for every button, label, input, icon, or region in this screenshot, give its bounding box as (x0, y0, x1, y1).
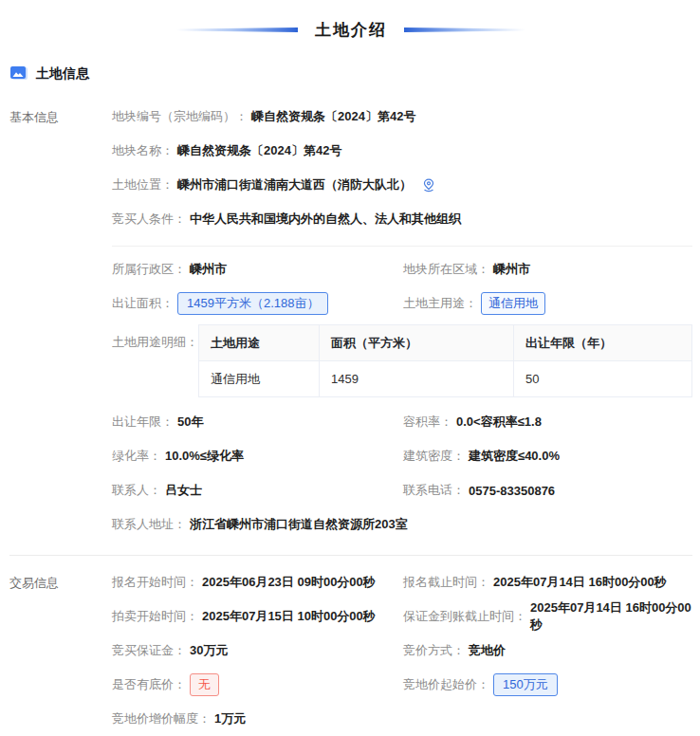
field-value: 嵊州市 (190, 261, 227, 278)
field-value: 竞地价 (469, 642, 506, 659)
cell-area: 1459 (320, 361, 514, 397)
land-intro-page: 土地介绍 土地信息 基本信息 地块编号（宗地编码）： 嵊自然资规条〔2024〕第… (0, 0, 700, 736)
field-label: 竞买保证金： (112, 642, 186, 659)
col-header-area: 面积（平方米） (320, 325, 514, 361)
field-bid-deposit: 竞买保证金： 30万元 (112, 642, 403, 659)
land-info-section-header: 土地信息 (9, 65, 692, 83)
field-value: 10.0%≤绿化率 (165, 448, 244, 465)
field-value: 0.0<容积率≤1.8 (456, 414, 542, 431)
field-parcel-region: 地块所在区域： 嵊州市 (403, 261, 692, 278)
row-reserve-price: 是否有底价： 无 竞地价起始价： 150万元 (112, 668, 692, 702)
field-label: 地块所在区域： (403, 261, 489, 278)
transfer-area-badge: 1459平方米（2.188亩） (177, 292, 328, 315)
field-label: 是否有底价： (112, 676, 186, 693)
field-admin-region: 所属行政区： 嵊州市 (112, 261, 403, 278)
basic-info-group: 基本信息 地块编号（宗地编码）： 嵊自然资规条〔2024〕第42号 地块名称： … (9, 100, 692, 542)
land-use-table: 土地用途 面积（平方米） 出让年限（年） 通信用地 1459 50 (198, 324, 692, 397)
field-value: 浙江省嵊州市浦口街道自然资源所203室 (190, 516, 408, 533)
field-value: 2025年07月15日 10时00分00秒 (202, 608, 376, 625)
main-use-tag: 通信用地 (481, 292, 545, 315)
field-label: 建筑密度： (403, 448, 465, 465)
title-deco-line-left (176, 28, 298, 32)
field-plot-ratio: 容积率： 0.0<容积率≤1.8 (403, 414, 692, 431)
row-years-ratio: 出让年限： 50年 容积率： 0.0<容积率≤1.8 (112, 405, 692, 439)
field-main-use: 土地主用途： 通信用地 (403, 292, 692, 315)
field-value: 1万元 (214, 710, 246, 727)
field-label: 联系人： (112, 482, 161, 499)
field-value: 2025年07月14日 16时00分00秒 (530, 599, 692, 634)
field-value: 嵊自然资规条〔2024〕第42号 (251, 108, 415, 125)
field-signup-end: 报名截止时间： 2025年07月14日 16时00分00秒 (403, 574, 692, 591)
field-value: 0575-83350876 (469, 484, 555, 498)
field-transfer-area: 出让面积： 1459平方米（2.188亩） (112, 292, 403, 315)
field-contact-address: 联系人地址： 浙江省嵊州市浦口街道自然资源所203室 (112, 507, 692, 542)
row-use-detail: 土地用途明细： 土地用途 面积（平方米） 出让年限（年） 通信用地 (112, 324, 692, 397)
row-region: 所属行政区： 嵊州市 地块所在区域： 嵊州市 (112, 252, 692, 286)
field-label: 联系电话： (403, 482, 465, 499)
land-info-content: 基本信息 地块编号（宗地编码）： 嵊自然资规条〔2024〕第42号 地块名称： … (9, 100, 692, 736)
field-has-reserve: 是否有底价： 无 (112, 673, 403, 696)
row-area-use: 出让面积： 1459平方米（2.188亩） 土地主用途： 通信用地 (112, 286, 692, 321)
field-value: 2025年06月23日 09时00分00秒 (202, 574, 376, 591)
field-label: 竞价方式： (403, 642, 465, 659)
table-row: 通信用地 1459 50 (199, 361, 692, 397)
field-label: 土地主用途： (403, 295, 477, 312)
divider (112, 246, 692, 247)
field-value: 建筑密度≤40.0% (469, 448, 560, 465)
col-header-years: 出让年限（年） (514, 325, 692, 361)
field-label: 竞买人条件： (112, 211, 186, 228)
field-value: 吕女士 (165, 482, 202, 499)
row-signup-times: 报名开始时间： 2025年06月23日 09时00分00秒 报名截止时间： 20… (112, 565, 692, 599)
field-label: 报名截止时间： (403, 574, 489, 591)
field-value: 50年 (177, 414, 203, 431)
field-contact: 联系人： 吕女士 (112, 482, 403, 499)
landscape-image-icon (9, 66, 28, 82)
field-green-rate: 绿化率： 10.0%≤绿化率 (112, 448, 403, 465)
field-label: 出让面积： (112, 295, 174, 312)
field-increment: 竞地价增价幅度： 1万元 (112, 702, 692, 736)
field-label: 保证金到账截止时间： (403, 608, 526, 625)
use-detail-label: 土地用途明细： (112, 324, 198, 351)
field-label: 报名开始时间： (112, 574, 198, 591)
field-label: 拍卖开始时间： (112, 608, 198, 625)
row-green-density: 绿化率： 10.0%≤绿化率 建筑密度： 建筑密度≤40.0% (112, 439, 692, 473)
field-bid-method: 竞价方式： 竞地价 (403, 642, 692, 659)
field-value: 嵊州市浦口街道浦南大道西（消防大队北） (177, 176, 412, 193)
field-label: 竞地价增价幅度： (112, 710, 211, 727)
field-contact-phone: 联系电话： 0575-83350876 (403, 482, 692, 499)
field-label: 联系人地址： (112, 516, 186, 533)
land-use-table-header-row: 土地用途 面积（平方米） 出让年限（年） (199, 325, 692, 361)
field-parcel-code: 地块编号（宗地编码）： 嵊自然资规条〔2024〕第42号 (112, 100, 692, 134)
start-price-badge: 150万元 (493, 673, 558, 696)
field-auction-start: 拍卖开始时间： 2025年07月15日 10时00分00秒 (112, 608, 403, 625)
field-signup-start: 报名开始时间： 2025年06月23日 09时00分00秒 (112, 574, 403, 591)
field-label: 所属行政区： (112, 261, 186, 278)
field-value: 2025年07月14日 16时00分00秒 (493, 574, 667, 591)
cell-years: 50 (514, 361, 692, 397)
field-start-price: 竞地价起始价： 150万元 (403, 673, 692, 696)
trade-info-group: 交易信息 报名开始时间： 2025年06月23日 09时00分00秒 报名截止时… (9, 565, 692, 736)
field-value: 嵊自然资规条〔2024〕第42号 (177, 142, 341, 159)
field-label: 地块编号（宗地编码）： (112, 108, 248, 125)
field-label: 地块名称： (112, 142, 174, 159)
field-parcel-name: 地块名称： 嵊自然资规条〔2024〕第42号 (112, 134, 692, 168)
basic-info-group-label: 基本信息 (9, 100, 112, 126)
no-reserve-tag: 无 (190, 673, 219, 696)
field-deposit-deadline: 保证金到账截止时间： 2025年07月14日 16时00分00秒 (403, 599, 692, 634)
field-label: 容积率： (403, 414, 452, 431)
field-transfer-years: 出让年限： 50年 (112, 414, 403, 431)
row-deposit-method: 竞买保证金： 30万元 竞价方式： 竞地价 (112, 634, 692, 668)
field-label: 土地位置： (112, 176, 174, 193)
trade-info-group-label: 交易信息 (9, 565, 112, 592)
title-deco-line-right (404, 28, 525, 32)
location-pin-icon[interactable] (421, 177, 436, 193)
field-value: 嵊州市 (493, 261, 530, 278)
page-title: 土地介绍 (315, 19, 387, 41)
field-value: 30万元 (190, 642, 228, 659)
field-building-density: 建筑密度： 建筑密度≤40.0% (403, 448, 692, 465)
field-land-location: 土地位置： 嵊州市浦口街道浦南大道西（消防大队北） (112, 168, 692, 202)
field-label: 竞地价起始价： (403, 676, 489, 693)
field-value: 中华人民共和国境内外的自然人、法人和其他组织 (190, 211, 461, 228)
field-label: 绿化率： (112, 448, 161, 465)
cell-land-use: 通信用地 (199, 361, 320, 397)
